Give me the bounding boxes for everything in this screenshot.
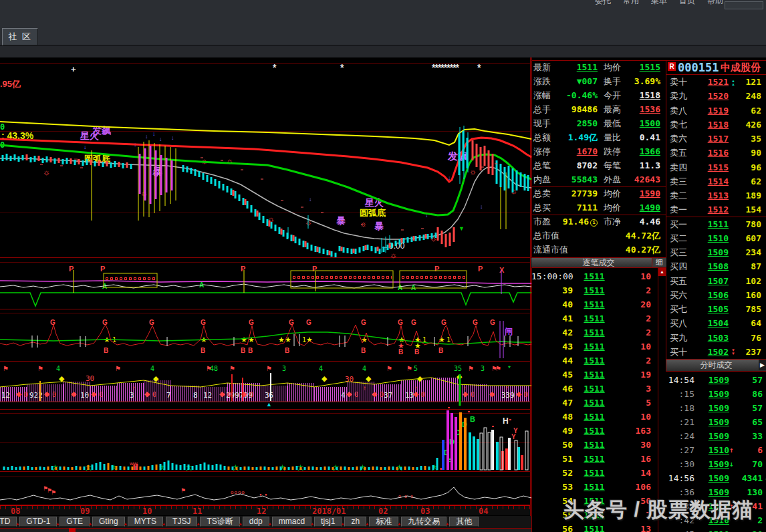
menu-item-common[interactable]: 常用: [623, 0, 639, 7]
info-icon[interactable]: i: [590, 219, 598, 227]
detail-button[interactable]: 细: [652, 258, 666, 267]
buy-row[interactable]: 买八150464: [666, 316, 766, 330]
quote-row: 涨停1670跌停1366: [531, 144, 666, 158]
quote-value: 55843: [557, 172, 598, 186]
fenshi-list[interactable]: 14:54150957 :15150986 :18150957 :2115096…: [666, 373, 766, 532]
window-controls-box[interactable]: [725, 1, 763, 9]
next-page-button[interactable]: ▶: [759, 360, 766, 370]
menu-item-menu[interactable]: 菜单: [651, 0, 667, 7]
sell-row[interactable]: 卖五151690: [666, 146, 766, 160]
buy-row[interactable]: 买六1506160: [666, 288, 766, 302]
quote-label: 总卖: [531, 186, 557, 201]
tick-row: 48151110: [531, 410, 658, 424]
buy-row[interactable]: 买四150887: [666, 259, 766, 273]
quote-value: ▼007: [557, 74, 598, 88]
sell-row[interactable]: 卖十1521▲▲121: [666, 75, 766, 89]
tick-list[interactable]: 15:00:00151110 3915112 40151120 4115112 …: [531, 269, 658, 532]
chart-canvas[interactable]: [0, 0, 531, 532]
sell-row[interactable]: 卖三151462: [666, 174, 766, 188]
fenshi-row: 14:54150957: [666, 373, 766, 387]
quote-value: 2850: [557, 116, 598, 130]
quote-row: 总市值44.72亿: [531, 229, 666, 243]
buy-row[interactable]: 买三1509234: [666, 245, 766, 259]
buy-row[interactable]: 买五1507102: [666, 274, 766, 288]
quote-value: 1670: [557, 144, 598, 158]
fenshi-row: 14:56150943414: [666, 471, 766, 485]
menu-item-help[interactable]: 帮助: [707, 0, 723, 7]
r-badge: R: [668, 62, 676, 71]
quote-row: 涨跌▼007换手3.69%: [531, 74, 666, 88]
quote-value: 42643: [628, 172, 666, 186]
stock-name[interactable]: 中成股份: [721, 61, 761, 74]
scroll-up-button[interactable]: ▲: [658, 268, 666, 276]
fenshi-row: :21150965: [666, 415, 766, 429]
fenshi-row: :301509↓70: [666, 457, 766, 471]
buy-row[interactable]: 买十1502▼▼237: [666, 345, 766, 359]
tick-panel-header[interactable]: 逐笔成交: [531, 257, 666, 268]
quote-value: 4.46: [628, 215, 666, 229]
fenshi-row: :361509130: [666, 485, 766, 499]
buy-row[interactable]: 买七1505785: [666, 302, 766, 316]
buy-row[interactable]: 买九150376: [666, 331, 766, 345]
quote-value: 1515: [628, 60, 666, 74]
sell-row[interactable]: 卖一1512154: [666, 203, 766, 217]
quote-label: 今开: [604, 88, 628, 102]
fenshi-row: :45151020: [666, 527, 766, 532]
fenshi-row: :18150957: [666, 401, 766, 415]
quote-value: 3.69%: [628, 74, 666, 88]
quote-value: 1518: [628, 88, 666, 102]
tick-row: 54151150: [531, 494, 658, 508]
up-arrows-icon: ▲▲: [731, 80, 735, 86]
panel-border: [658, 267, 658, 532]
quote-row: 现手2850最低1500: [531, 116, 666, 130]
quote-row: 总笔8702每笔11.3: [531, 158, 666, 172]
quote-value: 98486: [557, 102, 598, 116]
uptick-icon: ↑: [729, 443, 737, 457]
quote-label: 最高: [604, 102, 628, 116]
tick-row: 50151130: [531, 438, 658, 452]
quote-value: 1511: [557, 60, 598, 74]
quote-value: 1.49亿: [557, 130, 598, 144]
quote-row: 总买7111均价1490: [531, 201, 666, 215]
sell-row[interactable]: 卖二1513189: [666, 188, 766, 203]
sell-row[interactable]: 卖八151962: [666, 104, 766, 118]
menu-item-trade[interactable]: 委托: [595, 0, 611, 7]
quote-label: 涨跌: [531, 74, 557, 88]
tick-row: 531511106: [531, 480, 658, 494]
tick-row: 15:00:00151110: [531, 269, 658, 283]
fenshi-panel-header[interactable]: 分时成交: [666, 359, 766, 372]
sell-row[interactable]: 卖六151735: [666, 132, 766, 146]
quote-label: 总手: [531, 102, 557, 116]
menu-item-home[interactable]: 首页: [679, 0, 695, 7]
quote-label: 总额: [531, 130, 557, 144]
tick-row: 45151119: [531, 368, 658, 382]
quote-label: 内盘: [531, 172, 557, 186]
quote-row: 总卖27739均价1590: [531, 186, 666, 201]
quote-row: 流通市值40.27亿: [531, 243, 666, 257]
quote-row: 总额1.49亿量比0.41: [531, 130, 666, 144]
quote-label: 均价: [604, 201, 628, 215]
quote-label: 现手: [531, 116, 557, 130]
buy-row[interactable]: 买二1510607: [666, 231, 766, 245]
sell-row[interactable]: 卖九1520248: [666, 89, 766, 103]
quote-value: 8702: [557, 158, 598, 172]
sell-row[interactable]: 卖七1518426: [666, 118, 766, 132]
quote-label: 换手: [604, 74, 628, 88]
quote-value: 1366: [628, 144, 666, 158]
quote-value: 1536: [628, 102, 666, 116]
quote-value: 40.27亿: [626, 243, 666, 257]
tick-row: 4215112: [531, 325, 658, 340]
quote-value: 7111: [557, 201, 598, 215]
fenshi-row: :15150986: [666, 387, 766, 401]
quote-value: 27739: [557, 186, 598, 201]
quote-value: 1490: [628, 201, 666, 215]
quote-label: 涨停: [531, 144, 557, 158]
sell-row[interactable]: 卖四151596: [666, 160, 766, 174]
tick-row: 5515117: [531, 508, 658, 522]
buy-row[interactable]: 买一1511780: [666, 217, 766, 231]
stock-code[interactable]: 000151: [678, 61, 719, 74]
tick-row: 4715115: [531, 396, 658, 410]
tick-row: 51151116: [531, 452, 658, 466]
tick-row: 4415112: [531, 354, 658, 368]
quote-label: 均价: [604, 60, 628, 74]
